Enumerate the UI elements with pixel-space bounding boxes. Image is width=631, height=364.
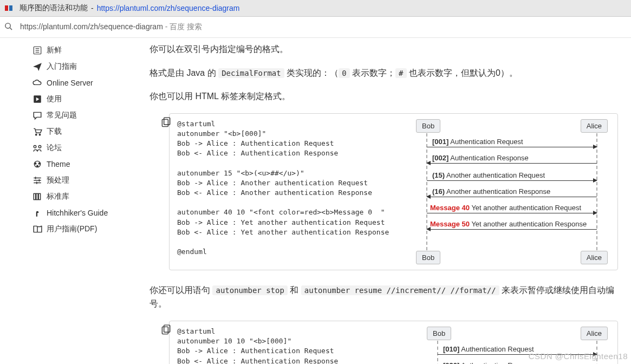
svg-point-11	[34, 146, 36, 148]
page-url: https://plantuml.com/zh/sequence-diagram	[97, 4, 240, 12]
sidebar-item-label: 常见问题	[47, 110, 77, 120]
code-example-2: @startuml autonumber 10 10 "<b>[000]" Bo…	[169, 321, 618, 364]
favicon-icon	[4, 4, 13, 12]
sidebar-item-label: Theme	[47, 160, 70, 168]
sidebar-item-label: Hitchhiker's Guide	[47, 209, 108, 217]
arrow	[427, 147, 597, 147]
theme-icon	[32, 159, 42, 169]
sidebar-item-use[interactable]: 使用	[30, 91, 144, 107]
actor-alice-bottom: Alice	[581, 251, 608, 264]
svg-rect-30	[164, 325, 170, 332]
sidebar-item-faq[interactable]: 常见问题	[30, 107, 144, 123]
sidebar-item-label: 新鲜	[47, 46, 62, 55]
lifeline	[596, 133, 597, 250]
sidebar-item-label: 论坛	[47, 143, 62, 153]
arrow	[427, 213, 597, 213]
inline-code: autonumber stop	[212, 285, 287, 295]
code-block[interactable]: @startuml autonumber 10 10 "<b>[000]" Bo…	[177, 327, 407, 364]
play-icon	[32, 94, 42, 104]
sidebar-item-label: 下载	[47, 127, 62, 136]
library-icon	[32, 192, 42, 202]
paragraph: 你可以在双引号内指定编号的格式。	[149, 42, 618, 56]
sidebar-item-download[interactable]: 下载	[30, 123, 144, 140]
svg-point-2	[5, 23, 10, 28]
inline-code: DecimalFormat	[218, 68, 284, 78]
svg-rect-24	[36, 193, 38, 199]
actor-alice-top: Alice	[581, 119, 608, 133]
sidebar-item-label: Online Server	[47, 79, 93, 87]
sidebar-item-fresh[interactable]: 新鲜	[30, 42, 144, 58]
copy-icon[interactable]	[160, 117, 172, 129]
sidebar-item-online[interactable]: Online Server	[30, 75, 144, 91]
actor-bob-top: Bob	[427, 327, 451, 340]
svg-point-9	[36, 134, 37, 135]
sidebar-item-forum[interactable]: 论坛	[30, 140, 144, 156]
diagram-message: [002] Authentication Response	[432, 154, 529, 162]
sidebar-item-pdf[interactable]: 用户指南(PDF)	[30, 221, 144, 237]
actor-bob-bottom: Bob	[416, 251, 440, 264]
diagram-message: (16) Another authentication Response	[432, 187, 550, 196]
svg-point-12	[38, 146, 41, 148]
svg-rect-27	[162, 119, 168, 126]
code-block[interactable]: @startuml autonumber "<b>[000]" Bob -> A…	[177, 119, 407, 257]
cloud-icon	[32, 78, 42, 88]
separator: -	[91, 4, 94, 12]
lifeline	[437, 341, 438, 364]
doc-icon	[32, 46, 42, 55]
paragraph: 你也可以用 HTML 标签来制定格式。	[149, 89, 618, 103]
paragraph: 你还可以用语句 autonumber stop 和 autonumber res…	[149, 283, 618, 311]
svg-rect-29	[162, 327, 168, 334]
chat-icon	[32, 110, 42, 120]
sequence-diagram-1: Bob Alice Bob Alice [001] Authentication…	[412, 119, 612, 264]
actor-bob-top: Bob	[416, 119, 440, 133]
sidebar-item-theme[interactable]: Theme	[30, 156, 144, 172]
sidebar-item-hitchhiker[interactable]: Hitchhiker's Guide	[30, 205, 144, 221]
diagram-message: [001] Authentication Request	[432, 138, 523, 146]
inline-code: 0	[339, 68, 349, 78]
copy-icon[interactable]	[160, 324, 172, 336]
paragraph: 格式是由 Java 的 DecimalFormat 类实现的：（0 表示数字；#…	[149, 66, 618, 80]
svg-rect-0	[5, 5, 8, 11]
code-example-1: @startuml autonumber "<b>[000]" Bob -> A…	[169, 113, 618, 270]
diagram-message: [020] Authentication Response	[443, 361, 539, 364]
arrow	[427, 163, 597, 164]
forum-icon	[32, 143, 42, 153]
page-title: 顺序图的语法和功能	[19, 3, 88, 13]
sidebar-item-label: 标准库	[47, 192, 69, 202]
svg-point-16	[37, 165, 38, 166]
hitchhiker-icon	[32, 208, 42, 218]
inline-code: #	[395, 68, 406, 78]
actor-alice-top: Alice	[581, 327, 608, 340]
sidebar: 新鲜 入门指南 Online Server 使用 常见问题 下载 论坛 Them…	[0, 38, 144, 364]
svg-rect-1	[9, 5, 12, 11]
plane-icon	[32, 62, 42, 72]
pdf-icon	[32, 224, 42, 234]
inline-code: autonumber resume //increment// //format…	[301, 285, 499, 295]
sidebar-item-guide[interactable]: 入门指南	[30, 58, 144, 75]
sidebar-item-preprocess[interactable]: 预处理	[30, 172, 144, 188]
topbar-text[interactable]: 顺序图的语法和功能 - https://plantuml.com/zh/sequ…	[19, 3, 239, 13]
svg-rect-28	[164, 118, 170, 125]
svg-point-15	[38, 163, 40, 164]
sidebar-item-label: 预处理	[47, 176, 69, 185]
arrow	[427, 197, 597, 197]
diagram-message: (15) Another authentication Request	[432, 171, 545, 179]
svg-point-10	[39, 134, 40, 135]
arrow	[427, 180, 597, 181]
sequence-diagram-2: Bob Alice [010] Authentication Request […	[412, 327, 612, 364]
svg-line-3	[10, 28, 12, 30]
sidebar-item-stdlib[interactable]: 标准库	[30, 188, 144, 205]
diagram-message: [010] Authentication Request	[443, 345, 534, 353]
sidebar-item-label: 入门指南	[47, 62, 77, 72]
cart-icon	[32, 127, 42, 136]
svg-rect-23	[34, 193, 35, 199]
search-icon	[4, 22, 12, 32]
diagram-message: Message 50 Yet another authentication Re…	[430, 220, 587, 228]
lifeline	[426, 133, 427, 250]
arrow	[427, 229, 597, 230]
search-suggestion[interactable]: https://plantuml.com/zh/sequence-diagram…	[0, 17, 631, 38]
topbar: 顺序图的语法和功能 - https://plantuml.com/zh/sequ…	[0, 0, 631, 17]
sidebar-item-label: 使用	[47, 94, 62, 104]
preprocess-icon	[32, 176, 42, 185]
main-content: 你可以在双引号内指定编号的格式。 格式是由 Java 的 DecimalForm…	[144, 38, 631, 364]
